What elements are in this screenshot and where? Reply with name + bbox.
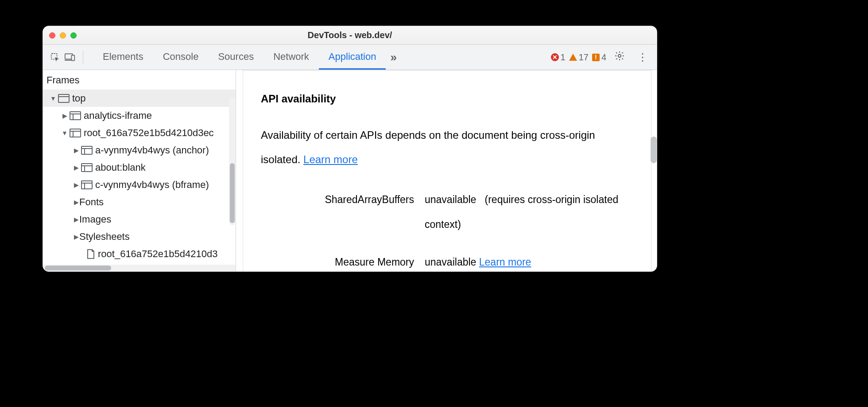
tree-row[interactable]: root_616a752e1b5d4210d3ec [43, 124, 236, 141]
tree-row-label: Stylesheets [79, 231, 130, 243]
tree-disclosure-arrow-icon[interactable] [73, 216, 79, 223]
tree-row[interactable]: c-vynmy4vb4wys (bframe) [43, 176, 236, 193]
sidebar-horizontal-scrollbar[interactable] [43, 265, 236, 271]
svg-rect-10 [70, 129, 81, 137]
api-name: Measure Memory [261, 250, 425, 271]
tree-row-label: analytics-iframe [84, 110, 152, 121]
settings-gear-icon[interactable] [610, 51, 629, 64]
frame-icon [81, 163, 93, 172]
warnings-count: 17 [579, 52, 589, 63]
warning-icon [569, 54, 577, 61]
svg-rect-3 [71, 55, 74, 61]
device-toolbar-icon[interactable] [62, 50, 78, 65]
window-title: DevTools - web.dev/ [43, 30, 657, 40]
tree-row[interactable]: Fonts [43, 193, 236, 211]
api-status: unavailable [425, 194, 476, 205]
svg-rect-19 [81, 181, 92, 189]
warnings-badge[interactable]: 17 [569, 52, 589, 63]
error-icon: ✕ [551, 53, 559, 61]
tree-disclosure-arrow-icon[interactable] [73, 147, 79, 154]
tree-row-label: a-vynmy4vb4wys (anchor) [95, 145, 209, 156]
tree-disclosure-arrow-icon[interactable] [73, 164, 79, 171]
api-availability-table: SharedArrayBuffersunavailable (requires … [261, 188, 633, 271]
tree-row[interactable]: top [43, 90, 236, 107]
tree-row-label: top [72, 93, 86, 104]
api-name: SharedArrayBuffers [261, 188, 425, 212]
window-icon [58, 94, 70, 103]
issue-icon: ! [592, 54, 600, 61]
api-learn-more-link[interactable]: Learn more [479, 256, 531, 268]
api-row: SharedArrayBuffersunavailable (requires … [261, 188, 633, 236]
tree-row-label: Fonts [79, 196, 104, 208]
sidebar-section-title: Frames [43, 70, 236, 90]
frames-tree: topanalytics-iframeroot_616a752e1b5d4210… [43, 90, 236, 271]
svg-rect-5 [58, 94, 69, 102]
tree-row-label: Images [79, 214, 111, 225]
frame-icon [81, 180, 93, 189]
more-tabs-chevron-icon[interactable]: » [386, 45, 401, 70]
tree-disclosure-arrow-icon[interactable] [62, 129, 68, 137]
section-intro: Availability of certain APIs depends on … [261, 123, 633, 172]
tree-row-label: c-vynmy4vb4wys (bframe) [95, 179, 209, 191]
frame-details-panel: API availability Availability of certain… [236, 70, 657, 271]
tree-disclosure-arrow-icon[interactable] [73, 199, 79, 206]
tree-row[interactable]: root_616a752e1b5d4210d3 [43, 245, 236, 262]
api-value: unavailable (requires cross-origin isola… [425, 188, 633, 236]
panel-tabs: ElementsConsoleSourcesNetworkApplication [93, 45, 386, 70]
svg-rect-13 [81, 146, 92, 154]
titlebar: DevTools - web.dev/ [43, 26, 657, 45]
devtools-window: DevTools - web.dev/ ElementsConsoleSourc… [43, 26, 657, 272]
kebab-menu-icon[interactable]: ⋮ [633, 51, 652, 63]
tree-row-label: root_616a752e1b5d4210d3ec [84, 127, 214, 139]
issues-count: 4 [601, 52, 606, 63]
errors-badge[interactable]: ✕ 1 [551, 52, 566, 63]
errors-count: 1 [561, 52, 566, 63]
tree-row[interactable]: Stylesheets [43, 228, 236, 245]
svg-point-4 [618, 55, 621, 57]
api-value: unavailable Learn more [425, 250, 633, 271]
frame-icon [70, 129, 81, 137]
doc-icon [86, 249, 95, 259]
tree-row-label: root_616a752e1b5d4210d3 [98, 248, 217, 260]
tab-application[interactable]: Application [319, 45, 386, 70]
tab-sources[interactable]: Sources [208, 45, 264, 70]
section-heading: API availability [261, 93, 633, 105]
frames-sidebar: Frames topanalytics-iframeroot_616a752e1… [43, 70, 236, 271]
tree-row[interactable]: Images [43, 211, 236, 228]
api-row: Measure Memoryunavailable Learn more [261, 250, 633, 271]
api-status: unavailable [425, 256, 476, 268]
tree-disclosure-arrow-icon[interactable] [73, 233, 79, 240]
frame-icon [70, 111, 81, 120]
inspect-element-icon[interactable] [47, 50, 62, 65]
tab-elements[interactable]: Elements [93, 45, 153, 70]
issues-badge[interactable]: ! 4 [592, 52, 606, 63]
learn-more-link[interactable]: Learn more [303, 153, 358, 165]
devtools-toolbar: ElementsConsoleSourcesNetworkApplication… [43, 45, 657, 70]
tree-row[interactable]: about:blank [43, 159, 236, 176]
tree-disclosure-arrow-icon[interactable] [73, 181, 79, 188]
tree-row[interactable]: a-vynmy4vb4wys (anchor) [43, 141, 236, 159]
sidebar-vertical-scrollbar[interactable] [229, 97, 236, 225]
tree-disclosure-arrow-icon[interactable] [62, 112, 68, 119]
svg-rect-16 [81, 164, 92, 172]
toolbar-separator [83, 51, 83, 63]
tab-network[interactable]: Network [264, 45, 319, 70]
svg-rect-7 [70, 112, 81, 120]
main-vertical-scrollbar[interactable] [651, 137, 657, 163]
tree-row-label: about:blank [95, 162, 146, 173]
frame-icon [81, 146, 93, 155]
tab-console[interactable]: Console [153, 45, 209, 70]
tree-disclosure-arrow-icon[interactable] [50, 95, 56, 102]
tree-row[interactable]: analytics-iframe [43, 107, 236, 124]
